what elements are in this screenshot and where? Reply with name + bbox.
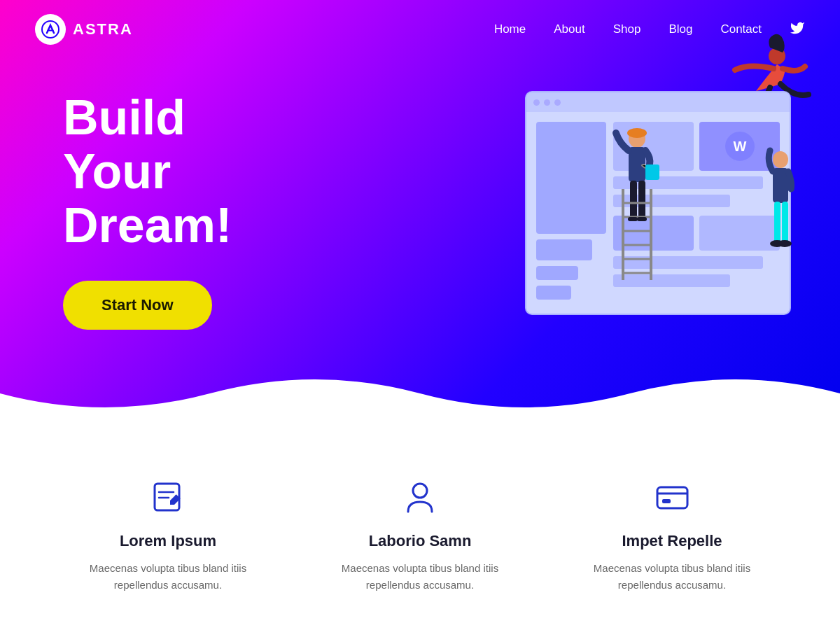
browser-sidebar-image bbox=[536, 122, 606, 234]
svg-rect-8 bbox=[630, 181, 637, 219]
worker1-figure bbox=[609, 126, 665, 266]
header: ASTRA Home About Shop Blog Contact bbox=[0, 0, 840, 59]
brand-name: ASTRA bbox=[73, 20, 133, 38]
feature-title-3: Impet Repelle bbox=[574, 532, 770, 550]
twitter-icon[interactable] bbox=[790, 20, 805, 39]
nav-contact[interactable]: Contact bbox=[720, 22, 762, 36]
svg-point-20 bbox=[773, 151, 788, 168]
brand-logo[interactable]: ASTRA bbox=[35, 14, 133, 45]
browser-sidebar-text-2 bbox=[536, 266, 578, 280]
edit-icon bbox=[147, 476, 189, 518]
browser-topbar bbox=[526, 92, 790, 112]
feature-desc-1: Maecenas volupta tibus bland itiis repel… bbox=[77, 560, 259, 594]
svg-rect-23 bbox=[782, 202, 788, 244]
svg-rect-22 bbox=[774, 202, 780, 244]
svg-rect-28 bbox=[657, 487, 687, 508]
feature-card-2: Laborio Samn Maecenas volupta tibus blan… bbox=[308, 462, 532, 608]
svg-point-27 bbox=[413, 484, 427, 498]
svg-rect-19 bbox=[637, 217, 647, 221]
feature-title-1: Lorem Ipsum bbox=[70, 532, 266, 550]
nav-blog[interactable]: Blog bbox=[668, 22, 692, 36]
svg-rect-7 bbox=[645, 164, 659, 180]
user-icon bbox=[399, 476, 441, 518]
worker2-figure bbox=[756, 147, 805, 287]
hero-section: ASTRA Home About Shop Blog Contact Build… bbox=[0, 0, 840, 420]
nav-shop[interactable]: Shop bbox=[613, 22, 641, 36]
svg-rect-30 bbox=[662, 499, 671, 503]
feature-card-3: Impet Repelle Maecenas volupta tibus bla… bbox=[560, 462, 784, 608]
browser-sidebar-text-1 bbox=[536, 239, 592, 260]
svg-rect-9 bbox=[638, 181, 645, 219]
browser-dot-3 bbox=[554, 99, 561, 106]
main-nav: Home About Shop Blog Contact bbox=[494, 20, 805, 39]
card-icon bbox=[651, 476, 693, 518]
svg-point-25 bbox=[778, 240, 792, 247]
hero-title: Build Your Dream! bbox=[63, 91, 287, 253]
svg-point-5 bbox=[627, 128, 647, 138]
logo-icon bbox=[35, 14, 66, 45]
svg-rect-18 bbox=[628, 217, 638, 221]
feature-desc-3: Maecenas volupta tibus bland itiis repel… bbox=[581, 560, 763, 594]
nav-home[interactable]: Home bbox=[494, 22, 526, 36]
feature-title-2: Laborio Samn bbox=[322, 532, 518, 550]
start-now-button[interactable]: Start Now bbox=[63, 281, 212, 330]
hero-illustration: W bbox=[504, 70, 812, 336]
browser-sidebar-text-3 bbox=[536, 286, 571, 300]
browser-dot-2 bbox=[544, 99, 550, 106]
features-section: Lorem Ipsum Maecenas volupta tibus bland… bbox=[0, 420, 840, 630]
svg-text:W: W bbox=[733, 139, 746, 154]
nav-about[interactable]: About bbox=[554, 22, 584, 36]
feature-desc-2: Maecenas volupta tibus bland itiis repel… bbox=[329, 560, 511, 594]
browser-dot-1 bbox=[533, 99, 540, 106]
feature-card-1: Lorem Ipsum Maecenas volupta tibus bland… bbox=[56, 462, 280, 608]
